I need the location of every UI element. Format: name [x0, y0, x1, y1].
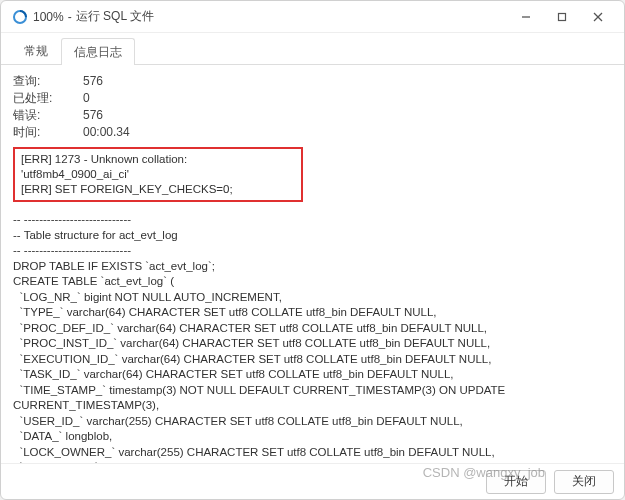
- stat-processed-label: 已处理:: [13, 90, 83, 107]
- stat-error-label: 错误:: [13, 107, 83, 124]
- tab-bar: 常规 信息日志: [1, 37, 624, 65]
- maximize-button[interactable]: [544, 3, 580, 31]
- close-window-button[interactable]: [580, 3, 616, 31]
- stat-error-value: 576: [83, 107, 103, 124]
- stats-block: 查询: 576 已处理: 0 错误: 576 时间: 00:00.34: [13, 73, 612, 141]
- progress-icon: [13, 10, 27, 24]
- svg-rect-2: [559, 13, 566, 20]
- error-line-2: [ERR] SET FOREIGN_KEY_CHECKS=0;: [21, 182, 295, 197]
- window-title: 运行 SQL 文件: [76, 8, 154, 25]
- tab-info-log[interactable]: 信息日志: [61, 38, 135, 65]
- sql-output: -- ---------------------------- -- Table…: [13, 212, 612, 463]
- title-separator: -: [68, 10, 72, 24]
- error-line-1: [ERR] 1273 - Unknown collation: 'utf8mb4…: [21, 152, 295, 182]
- dialog-footer: 开始 关闭: [1, 463, 624, 499]
- log-content: 查询: 576 已处理: 0 错误: 576 时间: 00:00.34 [ERR…: [1, 65, 624, 463]
- minimize-button[interactable]: [508, 3, 544, 31]
- stat-processed-value: 0: [83, 90, 90, 107]
- titlebar: 100% - 运行 SQL 文件: [1, 1, 624, 33]
- title-percent: 100%: [33, 10, 64, 24]
- stat-time-value: 00:00.34: [83, 124, 130, 141]
- stat-query-value: 576: [83, 73, 103, 90]
- close-button[interactable]: 关闭: [554, 470, 614, 494]
- dialog-window: 100% - 运行 SQL 文件 常规 信息日志 查询: 576 已处理: 0: [0, 0, 625, 500]
- tab-general[interactable]: 常规: [11, 37, 61, 64]
- stat-time-label: 时间:: [13, 124, 83, 141]
- stat-query-label: 查询:: [13, 73, 83, 90]
- start-button[interactable]: 开始: [486, 470, 546, 494]
- error-highlight-box: [ERR] 1273 - Unknown collation: 'utf8mb4…: [13, 147, 303, 202]
